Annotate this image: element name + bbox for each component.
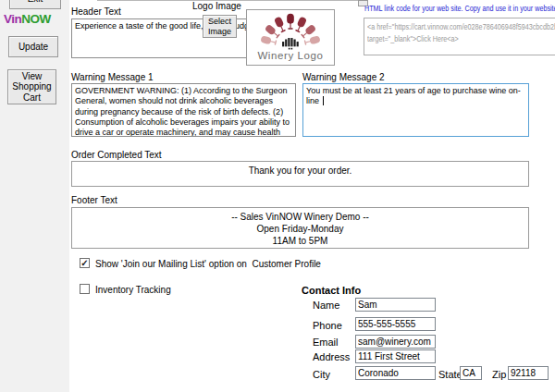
mailing-list-checkbox[interactable]: ✓ — [80, 258, 90, 268]
update-button[interactable]: Update — [8, 36, 58, 57]
order-completed-label: Order Completed Text — [71, 150, 162, 160]
footer-line1: -- Sales VinNOW Winery Demo -- — [72, 211, 528, 223]
footer-line2: Open Friday-Monday — [72, 223, 528, 235]
warning2-input[interactable]: You must be at least 21 years of age to … — [302, 83, 529, 137]
warning2-text: You must be at least 21 years of age to … — [306, 86, 521, 105]
html-link-instruction: HTML link code for your web site. Copy a… — [364, 4, 555, 13]
address-label: Address — [313, 351, 350, 362]
winery-logo-caption: Winery Logo — [247, 50, 334, 61]
contact-info-title: Contact Info — [302, 285, 361, 296]
sidebar: Exit VinNOW Update View Shopping Cart — [0, 0, 69, 392]
warning2-label: Warning Message 2 — [302, 72, 385, 82]
footer-text-label: Footer Text — [71, 195, 117, 205]
phone-field[interactable] — [355, 317, 436, 331]
view-shopping-cart-button[interactable]: View Shopping Cart — [7, 69, 56, 104]
inventory-tracking-checkbox-label: Inventory Tracking — [95, 285, 171, 295]
vinnow-logo-now: NOW — [21, 12, 51, 26]
email-field[interactable] — [355, 335, 436, 349]
exit-button[interactable]: Exit — [9, 0, 61, 9]
address-field[interactable] — [355, 349, 436, 363]
mailing-list-checkbox-label: Show 'Join our Mailing List' option on C… — [95, 259, 321, 269]
state-label: State — [438, 369, 462, 380]
order-completed-input[interactable]: Thank you for your order. — [71, 161, 529, 187]
footer-line3: 11AM to 5PM — [72, 235, 528, 247]
phone-label: Phone — [313, 320, 342, 331]
warning1-input[interactable]: GOVERNMENT WARNING: (1) According to the… — [71, 83, 296, 137]
html-code-line2: target="_blank">Click Here<a> — [367, 33, 459, 45]
state-field[interactable] — [460, 366, 482, 380]
footer-text-input[interactable]: -- Sales VinNOW Winery Demo -- Open Frid… — [71, 207, 529, 249]
inventory-tracking-checkbox[interactable] — [80, 284, 90, 294]
select-image-button[interactable]: Select Image — [203, 15, 237, 38]
zip-label: Zip — [492, 369, 506, 380]
logo-image-label: Logo Image — [192, 1, 241, 11]
html-link-instruction-text: HTML link code for your web site. Copy a… — [364, 4, 555, 13]
city-label: City — [313, 369, 330, 380]
header-text-label: Header Text — [71, 6, 121, 17]
email-label: Email — [313, 337, 339, 348]
text-caret — [323, 96, 324, 105]
html-link-code-box[interactable]: <a href="https://cart.vinnow.com/e028e78… — [364, 18, 555, 55]
vinnow-logo: VinNOW — [4, 12, 51, 26]
barrel-icon — [282, 38, 299, 49]
name-field[interactable] — [355, 298, 436, 312]
name-label: Name — [313, 300, 339, 311]
winery-logo-image: Winery Logo — [246, 9, 335, 66]
vinnow-settings-window: Exit VinNOW Update View Shopping Cart He… — [0, 0, 555, 392]
winery-logo-glasses-icon — [247, 11, 334, 50]
vinnow-logo-vin: Vin — [4, 12, 21, 26]
warning1-label: Warning Message 1 — [71, 72, 154, 82]
html-code-line1: <a href="https://cart.vinnow.com/e028e78… — [367, 21, 555, 33]
zip-field[interactable] — [508, 366, 549, 380]
city-field[interactable] — [355, 366, 436, 380]
